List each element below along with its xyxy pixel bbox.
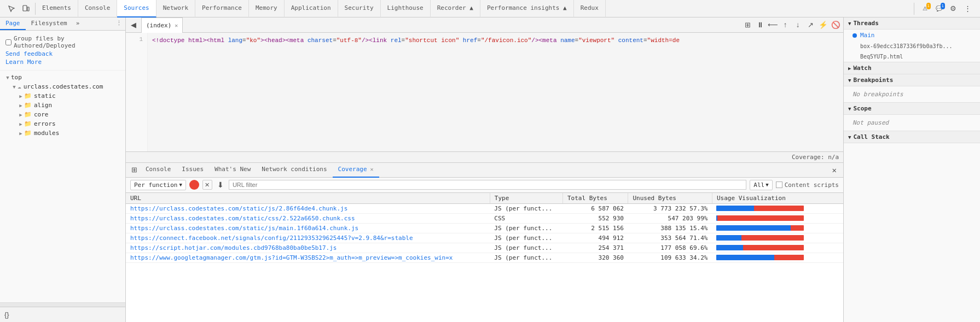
deactivate-breakpoints-icon[interactable]: ⚡ [817,20,828,31]
tab-recorder[interactable]: Recorder ▲ [431,0,480,17]
pause-icon[interactable]: ⏸ [755,20,766,31]
tree-static[interactable]: ▶ 📁 static [0,91,125,101]
content-scripts-checkbox[interactable] [776,182,782,188]
step-over-icon[interactable]: ↑ [780,20,791,31]
stop-button[interactable]: ✕ [202,180,212,190]
tree-errors[interactable]: ▶ 📁 errors [0,119,125,128]
inspect-icon[interactable] [5,3,18,15]
tree-domain[interactable]: ▼ ☁ urclass.codestates.com [0,82,125,91]
sources-page-tab[interactable]: Page [0,17,26,30]
tab-nav-left[interactable]: ◀ [128,20,139,31]
table-row[interactable]: https://script.hotjar.com/modules.cbd976… [126,243,843,253]
no-pauses-icon[interactable]: 🚫 [830,20,841,31]
bottom-tab-console[interactable]: Console [140,162,176,178]
tree-top[interactable]: ▼ top [0,73,125,82]
tree-align[interactable]: ▶ 📁 align [0,101,125,110]
scope-section-header[interactable]: ▼ Scope [844,103,980,115]
scope-section-content: Not paused [844,115,980,131]
horizontal-scrollbar[interactable] [0,302,125,307]
editor-tabs: ◀ (index) ✕ ⊞ ⏸ ⟵ ↑ ↓ ↗ ⚡ [126,17,843,33]
send-feedback-link[interactable]: Send feedback [5,50,120,57]
sources-filesystem-tab[interactable]: Filesystem [26,17,73,30]
cloud-icon: ☁ [18,83,21,90]
threads-arrow-icon: ▼ [848,21,851,26]
tab-elements[interactable]: Elements [36,0,78,17]
step-out-icon[interactable]: ↗ [805,20,816,31]
sources-tab-menu[interactable]: ⋮ [113,17,125,30]
threads-section-header[interactable]: ▼ Threads [844,17,980,30]
step-into-icon[interactable]: ↓ [792,20,803,31]
thread-box[interactable]: box-69edcc3187336f9b0a3fb... [844,41,980,51]
content-scripts-label[interactable]: Content scripts [776,182,839,189]
bottom-tab-whats-new[interactable]: What's New [209,162,256,178]
close-coverage-tab-btn[interactable]: ✕ [370,166,374,172]
tab-security[interactable]: Security [338,0,381,17]
close-bottom-panel-btn[interactable]: ✕ [828,166,841,174]
warning-badge-btn[interactable]: ⚠ 1 [919,3,931,15]
coverage-table-body: https://urclass.codestates.com/static/js… [126,203,843,262]
col-total-bytes[interactable]: Total Bytes [563,193,628,204]
type-cell: JS (per funct... [490,253,563,262]
total-bytes-cell: 552 930 [563,213,628,223]
tab-performance-insights[interactable]: Performance insights ▲ [480,0,574,17]
call-stack-section-header[interactable]: ▼ Call Stack [844,131,980,143]
editor-file-tab-index[interactable]: (index) ✕ [141,17,183,33]
center-and-bottom: ◀ (index) ✕ ⊞ ⏸ ⟵ ↑ ↓ ↗ ⚡ [126,17,843,322]
tab-application[interactable]: Application [285,0,338,17]
table-row[interactable]: https://urclass.codestates.com/static/cs… [126,213,843,223]
tree-modules[interactable]: ▶ 📁 modules [0,128,125,138]
code-content[interactable]: <!doctype html><html lang="ko"><head><me… [148,33,843,151]
expand-icon[interactable]: ⊞ [742,20,753,31]
sources-more-tabs[interactable]: » [73,17,83,30]
scope-arrow-icon: ▼ [848,106,851,112]
usage-bar-cell [712,243,843,253]
tab-lighthouse[interactable]: Lighthouse [381,0,431,17]
col-url[interactable]: URL [126,193,490,204]
tab-console[interactable]: Console [78,0,117,17]
col-type[interactable]: Type [490,193,563,204]
export-button[interactable]: ⬇ [216,180,225,190]
info-badge-btn[interactable]: 💬 1 [933,3,945,15]
learn-more-link[interactable]: Learn More [5,58,120,66]
unused-bytes-cell: 3 773 232 57.3% [628,203,712,213]
thread-main[interactable]: Main [844,30,980,41]
total-bytes-cell: 6 587 062 [563,203,628,213]
tab-memory[interactable]: Memory [249,0,285,17]
table-row[interactable]: https://www.googletagmanager.com/gtm.js?… [126,253,843,262]
group-files-checkbox[interactable] [5,39,11,45]
tab-redux[interactable]: Redux [574,0,606,17]
all-dropdown-arrow-icon: ▼ [766,182,768,188]
bottom-tab-issues[interactable]: Issues [176,162,209,178]
tree-core[interactable]: ▶ 📁 core [0,110,125,119]
col-unused-bytes[interactable]: Unused Bytes [628,193,712,204]
table-row[interactable]: https://connect.facebook.net/signals/con… [126,233,843,243]
step-back-icon[interactable]: ⟵ [767,20,778,31]
editor-format-bar: {} [0,307,125,322]
col-usage-vis[interactable]: Usage Visualization [712,193,843,204]
format-btn[interactable]: {} [4,311,9,319]
tab-performance[interactable]: Performance [195,0,249,17]
bottom-more-icon[interactable]: ⊞ [128,164,140,176]
table-row[interactable]: https://urclass.codestates.com/static/js… [126,223,843,233]
close-tab-btn[interactable]: ✕ [175,22,178,28]
group-files-label[interactable]: Group files by Authored/Deployed [5,35,120,49]
bottom-tab-coverage[interactable]: Coverage ✕ [333,162,379,178]
breakpoints-section-header[interactable]: ▼ Breakpoints [844,74,980,86]
tab-network[interactable]: Network [156,0,195,17]
coverage-table-scroll[interactable]: URL Type Total Bytes Unused Bytes Usage … [126,193,843,323]
url-filter-input[interactable] [229,180,746,190]
device-icon[interactable] [20,3,32,15]
total-bytes-cell: 2 515 156 [563,223,628,233]
bottom-tab-network-conditions[interactable]: Network conditions [256,162,332,178]
all-dropdown[interactable]: All ▼ [750,180,772,190]
tab-sources[interactable]: Sources [117,0,156,17]
table-row[interactable]: https://urclass.codestates.com/static/js… [126,203,843,213]
more-icon[interactable]: ⋮ [961,3,973,15]
usage-bar-cell [712,203,843,213]
watch-section-header[interactable]: ▶ Watch [844,62,980,74]
record-button[interactable] [189,180,199,190]
per-function-dropdown[interactable]: Per function ▼ [130,180,186,190]
thread-beq5[interactable]: Beq5YUTp.html [844,51,980,62]
settings-icon[interactable]: ⚙ [947,3,959,15]
unused-bytes-cell: 109 633 34.2% [628,253,712,262]
